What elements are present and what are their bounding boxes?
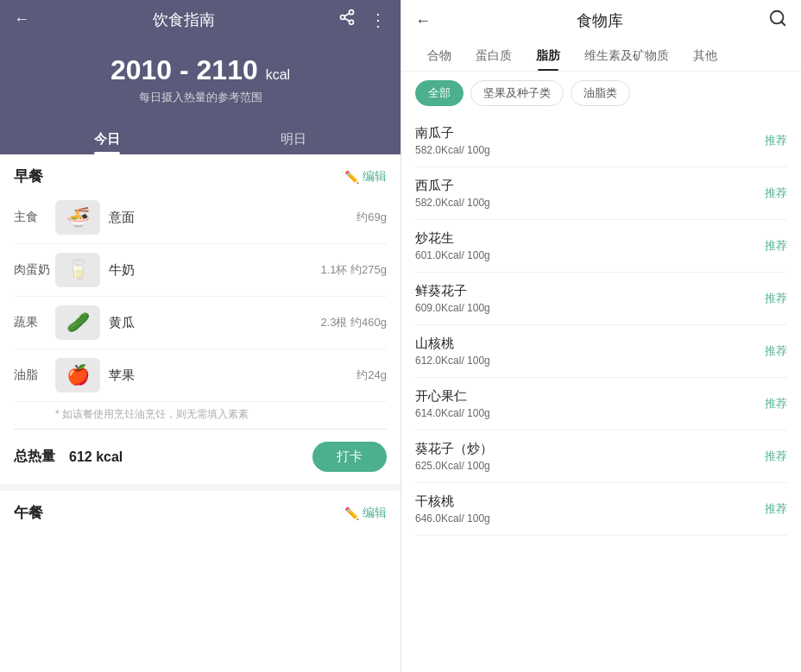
left-back-button[interactable]: ← [14,10,29,28]
food-cal-4: 609.0Kcal/ 100g [415,302,490,314]
calorie-range: 2010 - 2110 kcal [14,54,387,86]
food-info-4: 鲜葵花子 609.0Kcal/ 100g [415,283,490,314]
category-veggie: 蔬果 [14,315,55,330]
checkin-button[interactable]: 打卡 [312,442,387,472]
food-name-3: 炒花生 [415,230,490,247]
food-item-5[interactable]: 山核桃 612.0Kcal/ 100g 推荐 [415,325,787,378]
food-info-5: 山核桃 612.0Kcal/ 100g [415,336,490,367]
food-name-cucumber: 黄瓜 [109,315,320,331]
lunch-title: 午餐 [14,503,43,523]
food-img-cucumber: 🥒 [55,305,100,340]
calorie-sub: 每日摄入热量的参考范围 [14,90,387,105]
breakfast-item-1[interactable]: 主食 🍜 意面 约69g [14,192,387,244]
food-amount-milk: 1.1杯 约275g [320,262,387,278]
total-left: 总热量 612 kcal [14,448,123,466]
recommend-btn-1[interactable]: 推荐 [765,133,787,148]
tab-tomorrow[interactable]: 明日 [246,124,341,154]
total-value: 612 kcal [69,449,123,465]
nav-tab-other[interactable]: 其他 [681,41,729,71]
edit-icon: ✏️ [344,170,359,184]
calorie-section: 2010 - 2110 kcal 每日摄入热量的参考范围 [14,41,387,112]
recommend-btn-6[interactable]: 推荐 [765,396,787,411]
food-cal-7: 625.0Kcal/ 100g [415,460,493,472]
svg-line-6 [781,22,785,25]
food-info-2: 西瓜子 582.0Kcal/ 100g [415,178,490,209]
food-cal-5: 612.0Kcal/ 100g [415,355,490,367]
left-tabs: 今日 明日 [14,124,387,154]
food-info-8: 干核桃 646.0Kcal/ 100g [415,493,490,524]
food-amount-cucumber: 2.3根 约460g [320,315,387,330]
food-img-noodle: 🍜 [55,200,100,235]
food-item-7[interactable]: 葵花子（炒） 625.0Kcal/ 100g 推荐 [415,430,787,483]
lunch-edit-btn[interactable]: ✏️ 编辑 [344,506,387,521]
category-fat: 油脂 [14,367,55,383]
food-name-noodle: 意面 [109,210,356,226]
food-list: 南瓜子 582.0Kcal/ 100g 推荐 西瓜子 582.0Kcal/ 10… [401,115,801,672]
more-icon[interactable]: ⋮ [369,9,387,30]
svg-line-4 [344,13,350,16]
svg-line-3 [344,18,350,21]
right-header-top: ← 食物库 [415,9,787,33]
food-info-7: 葵花子（炒） 625.0Kcal/ 100g [415,441,493,472]
nav-tab-carb[interactable]: 合物 [415,41,464,71]
filter-tag-nuts[interactable]: 坚果及种子类 [470,80,564,106]
breakfast-header: 早餐 ✏️ 编辑 [14,154,387,192]
nav-tab-vitamin[interactable]: 维生素及矿物质 [572,41,681,71]
food-item-8[interactable]: 干核桃 646.0Kcal/ 100g 推荐 [415,483,787,536]
right-back-button[interactable]: ← [415,12,431,30]
food-name-2: 西瓜子 [415,178,490,194]
total-label: 总热量 [14,448,55,466]
nav-tab-fat[interactable]: 脂肪 [524,41,572,71]
food-info-6: 开心果仁 614.0Kcal/ 100g [415,388,490,419]
recommend-btn-7[interactable]: 推荐 [765,449,787,464]
lunch-edit-label: 编辑 [363,506,387,521]
food-name-4: 鲜葵花子 [415,283,490,299]
left-header-top: ← 饮食指南 ⋮ [14,9,387,30]
breakfast-item-3[interactable]: 蔬果 🥒 黄瓜 2.3根 约460g [14,297,387,349]
food-item-6[interactable]: 开心果仁 614.0Kcal/ 100g 推荐 [415,378,787,430]
food-name-7: 葵花子（炒） [415,441,493,457]
recommend-btn-3[interactable]: 推荐 [765,238,787,254]
food-item-3[interactable]: 炒花生 601.0Kcal/ 100g 推荐 [415,220,787,273]
food-name-8: 干核桃 [415,493,490,510]
share-icon[interactable] [338,9,356,30]
right-nav-tabs: 合物 蛋白质 脂肪 维生素及矿物质 其他 [415,41,787,71]
food-item-4[interactable]: 鲜葵花子 609.0Kcal/ 100g 推荐 [415,273,787,325]
food-info-3: 炒花生 601.0Kcal/ 100g [415,230,490,261]
calorie-unit: kcal [266,67,290,82]
category-dairy: 肉蛋奶 [14,262,55,278]
tab-today[interactable]: 今日 [60,124,155,154]
food-cal-3: 601.0Kcal/ 100g [415,249,490,261]
food-item-1[interactable]: 南瓜子 582.0Kcal/ 100g 推荐 [415,115,787,167]
recommend-btn-2[interactable]: 推荐 [765,185,787,201]
filter-tags: 全部 坚果及种子类 油脂类 [401,72,801,115]
section-divider [0,484,400,491]
food-name-5: 山核桃 [415,336,490,352]
right-panel: ← 食物库 合物 蛋白质 脂肪 维生素及矿物质 其他 全部 坚果及种子类 油脂类… [400,0,801,672]
breakfast-item-2[interactable]: 肉蛋奶 🥛 牛奶 1.1杯 约275g [14,244,387,297]
breakfast-note: * 如该餐使用烹饪油烹饪，则无需填入素素 [14,402,387,429]
left-panel: ← 饮食指南 ⋮ 2010 - 2110 kcal 每日摄入热量的参考范围 今日 [0,0,400,672]
food-img-milk: 🥛 [55,253,100,287]
nav-tab-protein[interactable]: 蛋白质 [464,41,524,71]
recommend-btn-4[interactable]: 推荐 [765,291,787,306]
filter-tag-all[interactable]: 全部 [415,80,464,106]
right-header: ← 食物库 合物 蛋白质 脂肪 维生素及矿物质 其他 [401,0,801,72]
breakfast-title: 早餐 [14,166,43,186]
food-name-1: 南瓜子 [415,125,490,141]
category-staple: 主食 [14,210,55,225]
food-img-apple: 🍎 [55,358,100,393]
search-icon[interactable] [768,9,787,33]
filter-tag-oil[interactable]: 油脂类 [571,80,630,106]
lunch-edit-icon: ✏️ [344,506,359,520]
food-item-2[interactable]: 西瓜子 582.0Kcal/ 100g 推荐 [415,167,787,220]
recommend-btn-8[interactable]: 推荐 [765,501,787,517]
lunch-header: 午餐 ✏️ 编辑 [14,491,387,528]
food-info-1: 南瓜子 582.0Kcal/ 100g [415,125,490,156]
food-cal-8: 646.0Kcal/ 100g [415,512,490,524]
food-name-apple: 苹果 [109,367,356,384]
right-title: 食物库 [577,10,623,31]
recommend-btn-5[interactable]: 推荐 [765,343,787,359]
breakfast-item-4[interactable]: 油脂 🍎 苹果 约24g [14,349,387,402]
breakfast-edit-btn[interactable]: ✏️ 编辑 [344,169,387,185]
